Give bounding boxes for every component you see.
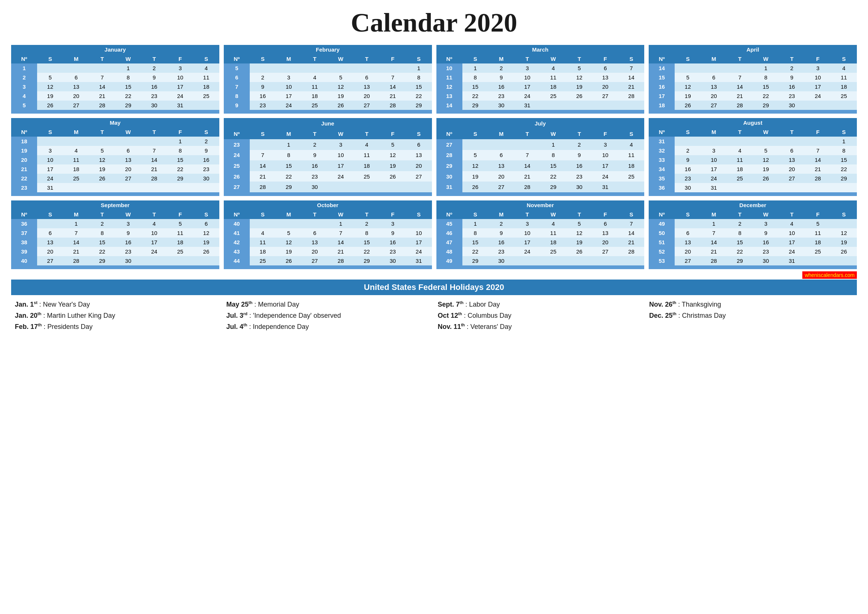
day-cell: 13 [353, 82, 380, 91]
day-cell: 18 [302, 91, 328, 101]
day-cell: 22 [89, 247, 115, 256]
day-cell: 16 [566, 160, 592, 171]
day-header-T: T [566, 129, 592, 140]
day-cell: 6 [63, 73, 89, 82]
week-row: 532728293031 [649, 256, 857, 265]
day-cell: 12 [566, 73, 592, 82]
day-cell: 1 [63, 219, 89, 228]
day-cell: 7 [89, 73, 115, 82]
day-cell: 13 [592, 73, 618, 82]
day-cell: 12 [193, 228, 219, 237]
day-cell: 4 [193, 64, 219, 73]
day-cell: 20 [701, 91, 727, 101]
day-cell: 22 [462, 247, 488, 256]
day-header-W: W [115, 127, 141, 136]
day-header-M: M [701, 127, 727, 136]
day-cell: 19 [675, 91, 701, 101]
day-header-T: T [89, 127, 115, 136]
day-cell: 10 [328, 150, 353, 161]
day-cell: 24 [515, 247, 540, 256]
day-cell: 30 [566, 181, 592, 192]
day-cell [141, 256, 167, 265]
day-cell: 24 [167, 91, 193, 101]
day-header-T: T [566, 54, 592, 64]
day-header-M: M [63, 54, 89, 64]
day-cell [115, 183, 141, 192]
day-header-T: T [727, 210, 753, 219]
day-header-T: T [302, 129, 328, 140]
day-cell: 26 [462, 181, 488, 192]
week-row: 11234 [11, 64, 219, 73]
month-table-april: AprilNºSMTWTFS14123415567891011161213141… [649, 45, 857, 113]
day-cell: 2 [675, 146, 701, 155]
day-cell: 14 [805, 155, 831, 164]
holidays-header: United States Federal Holidays 2020 [11, 279, 857, 295]
day-cell: 4 [831, 64, 857, 73]
week-number: 1 [11, 64, 37, 73]
day-cell: 3 [380, 219, 406, 228]
day-cell: 26 [89, 174, 115, 183]
day-cell: 11 [250, 237, 276, 247]
day-header-M: M [276, 210, 302, 219]
week-row: 36123456 [11, 219, 219, 228]
week-number: 39 [11, 247, 37, 256]
day-cell: 19 [89, 164, 115, 174]
day-cell: 17 [406, 237, 432, 247]
day-cell: 27 [353, 101, 380, 110]
day-header-W: W [328, 210, 353, 219]
day-cell: 6 [779, 146, 805, 155]
day-cell: 17 [701, 164, 727, 174]
holiday-column: Sept. 7th : Labor DayOct 12th : Columbus… [438, 299, 642, 332]
watermark-link[interactable]: wheniscalendars.com [802, 271, 857, 279]
week-row: 492930 [436, 256, 645, 265]
day-header-T: T [727, 54, 753, 64]
day-cell: 27 [675, 256, 701, 265]
day-cell [779, 183, 805, 192]
day-header-T: T [515, 129, 540, 140]
week-number: 28 [436, 150, 462, 161]
day-cell: 9 [141, 73, 167, 82]
day-cell: 18 [618, 160, 644, 171]
day-cell: 7 [63, 228, 89, 237]
day-header-F: F [380, 129, 406, 140]
day-cell: 29 [89, 256, 115, 265]
day-cell [250, 139, 276, 150]
day-header-M: M [63, 127, 89, 136]
day-cell: 11 [302, 82, 328, 91]
day-header-S: S [831, 54, 857, 64]
day-cell [193, 101, 219, 110]
day-cell [515, 256, 540, 265]
day-cell: 28 [380, 101, 406, 110]
day-cell [831, 183, 857, 192]
day-cell: 24 [805, 91, 831, 101]
day-header-T: T [302, 54, 328, 64]
week-row: 141234 [649, 64, 857, 73]
day-cell: 19 [276, 247, 302, 256]
day-cell [727, 183, 753, 192]
month-name-november: November [436, 200, 645, 210]
day-cell: 29 [462, 256, 488, 265]
month-name-december: December [649, 200, 857, 210]
week-row: 4425262728293031 [224, 256, 432, 265]
day-cell [753, 136, 779, 146]
day-cell: 7 [250, 150, 276, 161]
day-cell: 12 [89, 155, 115, 164]
week-row: 2567891011 [11, 73, 219, 82]
day-header-T: T [566, 210, 592, 219]
week-number: 4 [11, 91, 37, 101]
day-cell: 9 [779, 73, 805, 82]
week-row: 363031 [649, 183, 857, 192]
day-cell: 11 [540, 228, 566, 237]
day-header-S: S [406, 129, 432, 140]
day-cell: 28 [515, 181, 540, 192]
day-cell: 27 [488, 181, 515, 192]
day-cell: 31 [701, 183, 727, 192]
day-cell [566, 101, 592, 110]
day-cell: 28 [141, 174, 167, 183]
day-cell: 26 [566, 247, 592, 256]
day-cell: 26 [753, 174, 779, 183]
day-cell: 24 [328, 171, 353, 182]
month-table-may: MayNºSMTWTFS1812193456789201011121314151… [11, 118, 219, 196]
day-cell [618, 256, 644, 265]
day-cell: 30 [115, 256, 141, 265]
